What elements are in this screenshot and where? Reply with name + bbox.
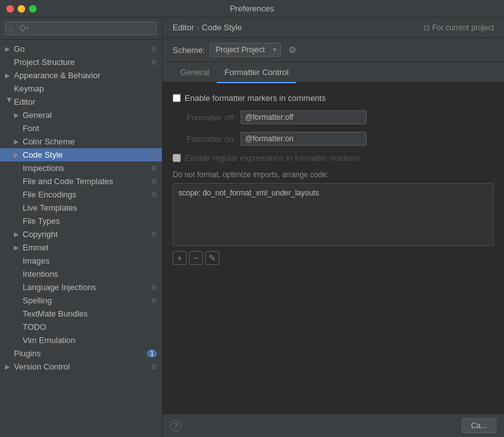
- main-layout: ⌕ ▶ Go ⊞ Project Structure ⊞ ▶ Appearanc…: [0, 18, 504, 437]
- tab-formatter-label: Formatter Control: [224, 67, 289, 77]
- breadcrumb-separator: ›: [197, 23, 199, 32]
- minimize-button[interactable]: [18, 5, 25, 13]
- formatter-on-input[interactable]: [241, 132, 367, 146]
- scope-value: scope: do_not_format_xml_under_layouts: [178, 189, 319, 197]
- sidebar-item-code-style[interactable]: ▶ Code Style ⊞: [0, 148, 162, 161]
- settings-icon: ⊞: [151, 177, 157, 185]
- tab-content-formatter: Enable formatter markers in comments For…: [163, 83, 504, 414]
- sidebar-item-label: Font: [23, 124, 157, 133]
- content-header: Editor › Code Style ⊡ For current projec…: [163, 18, 504, 38]
- sidebar-item-label: Intentions: [23, 269, 157, 279]
- search-bar: ⌕: [0, 18, 162, 40]
- sidebar-item-images[interactable]: Images: [0, 254, 162, 267]
- settings-icon: ⊞: [151, 296, 157, 305]
- breadcrumb-parent: Editor: [173, 23, 194, 32]
- settings-icon: ⊞: [151, 58, 157, 66]
- scheme-gear-button[interactable]: ⚙: [286, 44, 299, 56]
- sidebar-item-todo[interactable]: TODO: [0, 320, 162, 334]
- sidebar-item-font[interactable]: Font: [0, 122, 162, 135]
- sidebar-item-copyright[interactable]: ▶ Copyright ⊞: [0, 228, 162, 241]
- sidebar-item-file-encodings[interactable]: File Encodings ⊞: [0, 188, 162, 201]
- tab-general-label: General: [180, 67, 209, 77]
- enable-regex-label: Enable regular expressions in formatter …: [185, 153, 359, 163]
- settings-icon: ⊞: [151, 151, 157, 159]
- sidebar-item-intentions[interactable]: Intentions: [0, 267, 162, 281]
- scheme-label: Scheme:: [173, 45, 205, 55]
- settings-icon: ⊞: [151, 190, 157, 199]
- sidebar-item-plugins[interactable]: Plugins 1: [0, 347, 162, 360]
- do-not-format-label: Do not format, optimize imports, arrange…: [173, 170, 494, 179]
- bottom-bar-left: ?: [170, 420, 181, 431]
- close-button[interactable]: [6, 5, 14, 13]
- arrow-copyright: ▶: [14, 231, 23, 238]
- enable-formatter-markers-label: Enable formatter markers in comments: [185, 93, 326, 103]
- arrow-emmet: ▶: [14, 244, 23, 251]
- add-scope-button[interactable]: +: [173, 251, 186, 265]
- help-button[interactable]: ?: [170, 420, 181, 431]
- bottom-bar: ? Ca...: [163, 414, 504, 437]
- window-controls[interactable]: [6, 5, 37, 13]
- maximize-button[interactable]: [29, 5, 37, 13]
- title-bar: Preferences: [0, 0, 504, 18]
- sidebar-item-general[interactable]: ▶ General: [0, 108, 162, 122]
- sidebar-item-label: Copyright: [23, 230, 151, 239]
- window-title: Preferences: [230, 4, 274, 13]
- settings-icon: ⊞: [151, 230, 157, 238]
- sidebar-item-label: Keymap: [14, 84, 157, 93]
- sidebar-item-version-control[interactable]: ▶ Version Control ⊞: [0, 360, 162, 373]
- breadcrumb-current: Code Style: [202, 23, 242, 32]
- settings-icon: ⊞: [151, 283, 157, 291]
- remove-scope-button[interactable]: −: [189, 251, 203, 265]
- scheme-select[interactable]: Project Project: [210, 43, 281, 57]
- tabs-row: General Formatter Control: [163, 62, 504, 83]
- project-icon: ⊡: [423, 23, 430, 32]
- sidebar-item-spelling[interactable]: Spelling ⊞: [0, 294, 162, 307]
- formatter-off-input[interactable]: [241, 110, 367, 124]
- scheme-select-wrapper: Project Project: [210, 43, 281, 57]
- cancel-button[interactable]: Ca...: [462, 418, 496, 433]
- sidebar-item-label: TextMate Bundles: [23, 309, 157, 318]
- arrow-code-style: ▶: [14, 151, 23, 158]
- sidebar-item-emmet[interactable]: ▶ Emmet: [0, 241, 162, 254]
- sidebar-item-inspections[interactable]: Inspections ⊞: [0, 161, 162, 175]
- sidebar-item-label: Inspections: [23, 163, 151, 173]
- sidebar-item-color-scheme[interactable]: ▶ Color Scheme: [0, 135, 162, 148]
- sidebar-item-textmate-bundles[interactable]: TextMate Bundles: [0, 307, 162, 320]
- toolbar-row: + − ✎: [173, 251, 494, 265]
- arrow-general: ▶: [14, 112, 23, 119]
- sidebar-item-file-code-templates[interactable]: File and Code Templates ⊞: [0, 175, 162, 188]
- sidebar-item-appearance[interactable]: ▶ Appearance & Behavior: [0, 69, 162, 82]
- sidebar-item-label: File Encodings: [23, 190, 151, 199]
- search-wrapper: ⌕: [5, 21, 157, 35]
- sidebar-item-file-types[interactable]: File Types: [0, 214, 162, 228]
- sidebar-item-language-injections[interactable]: Language Injections ⊞: [0, 281, 162, 294]
- tab-formatter-control[interactable]: Formatter Control: [217, 62, 296, 83]
- sidebar-item-project-structure[interactable]: Project Structure ⊞: [0, 55, 162, 69]
- search-input[interactable]: [5, 21, 157, 35]
- settings-icon: ⊞: [151, 45, 157, 53]
- tab-general[interactable]: General: [173, 62, 217, 83]
- arrow-appearance: ▶: [5, 72, 14, 79]
- formatter-off-row: Formatter off:: [173, 110, 494, 124]
- for-current-project: ⊡ For current project: [423, 23, 494, 32]
- sidebar-item-go[interactable]: ▶ Go ⊞: [0, 42, 162, 55]
- plugins-badge: 1: [147, 349, 157, 358]
- sidebar-item-vim-emulation[interactable]: Vim Emulation: [0, 334, 162, 347]
- enable-formatter-markers-checkbox[interactable]: [173, 94, 181, 102]
- scheme-row: Scheme: Project Project ⚙: [163, 38, 504, 62]
- sidebar-item-label: Plugins: [14, 349, 144, 358]
- sidebar-item-editor[interactable]: ▶ Editor: [0, 95, 162, 108]
- enable-regex-checkbox[interactable]: [173, 154, 181, 162]
- arrow-color-scheme: ▶: [14, 138, 23, 145]
- sidebar-item-label: Live Templates: [23, 203, 157, 213]
- edit-scope-button[interactable]: ✎: [205, 251, 219, 265]
- sidebar-item-keymap[interactable]: Keymap: [0, 82, 162, 95]
- enable-formatter-markers-row: Enable formatter markers in comments: [173, 93, 494, 103]
- sidebar: ⌕ ▶ Go ⊞ Project Structure ⊞ ▶ Appearanc…: [0, 18, 163, 437]
- sidebar-item-label: Go: [14, 44, 151, 54]
- sidebar-item-label: Images: [23, 256, 157, 265]
- sidebar-item-live-templates[interactable]: Live Templates: [0, 201, 162, 214]
- sidebar-item-label: Vim Emulation: [23, 335, 157, 345]
- content-area: Editor › Code Style ⊡ For current projec…: [163, 18, 504, 437]
- formatter-off-label: Formatter off:: [173, 113, 236, 122]
